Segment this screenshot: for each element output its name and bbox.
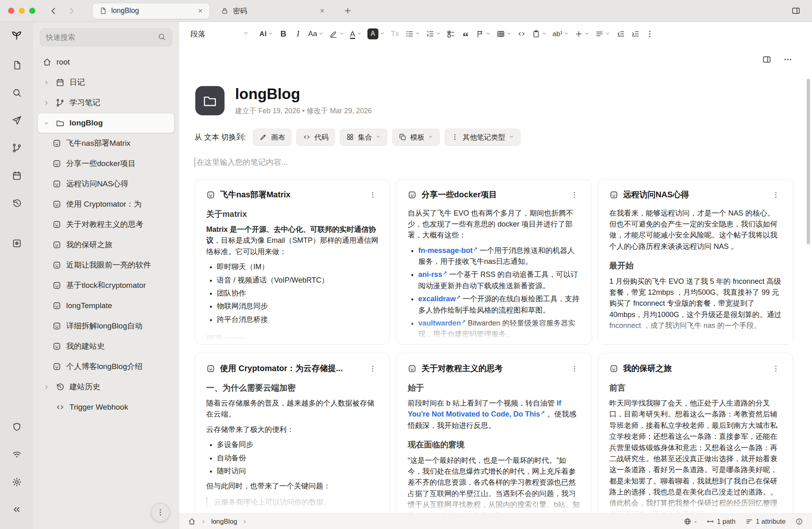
panel-toggle-icon[interactable] — [788, 3, 804, 19]
switch-to-4-button[interactable]: 其他笔记类型 — [445, 129, 520, 146]
close-window-button[interactable] — [8, 8, 14, 14]
wifi-icon[interactable] — [7, 445, 26, 464]
sidebar-item-13[interactable]: 我的建站史 — [37, 336, 175, 356]
align-button[interactable] — [593, 26, 613, 42]
switch-to-2-button[interactable]: 集合 — [340, 129, 387, 146]
page-title[interactable]: longBlog — [235, 86, 372, 103]
settings-icon[interactable] — [7, 473, 26, 491]
sidebar-item-10[interactable]: 基于tlock和cryptomator — [37, 275, 175, 296]
card-link[interactable]: ani-rss↗ — [418, 270, 447, 279]
sidebar-item-8[interactable]: 我的保研之旅 — [37, 235, 175, 255]
vertical-scrollbar[interactable] — [807, 79, 810, 244]
calendar-icon[interactable] — [7, 166, 26, 185]
card-link[interactable]: vaultwarden↗ — [418, 319, 466, 327]
shield-icon[interactable] — [7, 417, 26, 436]
documents-icon[interactable] — [7, 56, 26, 74]
tab-0[interactable]: longBlog — [92, 3, 210, 19]
send-icon[interactable] — [7, 111, 26, 130]
paths-button[interactable]: 1 path — [706, 518, 736, 525]
sidebar-item-5[interactable]: 远程访问NAS心得 — [37, 174, 175, 194]
card-title[interactable]: 我的保研之旅 — [623, 363, 765, 374]
sidebar-item-6[interactable]: 使用 Cryptomator：为 — [37, 194, 175, 214]
sidebar-item-1[interactable]: 学习笔记 — [37, 93, 175, 113]
switch-to-1-button[interactable]: 代码 — [296, 129, 335, 146]
card-title[interactable]: 使用 Cryptomator：为云存储提... — [220, 363, 362, 374]
chevron-down-icon[interactable] — [42, 120, 51, 126]
note-card-1[interactable]: 分享一些docker项目自从买了飞牛 EVO 也有两个多月了，期间也折腾不少，也… — [396, 179, 592, 345]
paste-button[interactable] — [529, 26, 549, 42]
switch-to-0-button[interactable]: 画布 — [253, 129, 292, 146]
relations-icon[interactable] — [7, 138, 26, 157]
back-button[interactable] — [46, 3, 61, 19]
chevron-right-icon[interactable] — [42, 384, 51, 390]
paragraph-style-select[interactable]: 段落 — [186, 26, 253, 42]
quote-button[interactable]: “ — [459, 26, 473, 42]
ai-button[interactable]: AI — [257, 26, 276, 42]
close-tab-icon[interactable] — [317, 6, 327, 16]
outdent-button[interactable] — [613, 26, 627, 42]
superscript-button[interactable]: ab¹ — [550, 26, 572, 42]
chevron-right-icon[interactable] — [42, 100, 51, 106]
card-title[interactable]: 分享一些docker项目 — [421, 189, 564, 200]
sync-status-button[interactable]: - — [684, 518, 697, 525]
highlight-button[interactable] — [327, 26, 347, 42]
attributes-button[interactable]: 1 attribute — [745, 518, 786, 525]
text-color-button[interactable]: A — [348, 26, 364, 42]
callout-button[interactable] — [473, 26, 493, 42]
code-button[interactable] — [515, 26, 529, 42]
chevron-right-icon[interactable] — [42, 80, 51, 86]
toolbar-more-button[interactable] — [643, 26, 657, 42]
bg-color-button[interactable]: A — [365, 26, 387, 42]
bold-button[interactable]: B — [276, 26, 290, 42]
editor-placeholder[interactable]: 在这里输入您的笔记内容... — [194, 157, 793, 168]
history-icon[interactable] — [7, 194, 26, 212]
card-menu-button[interactable] — [770, 363, 782, 374]
more-options-icon[interactable] — [780, 52, 795, 67]
card-menu-button[interactable] — [367, 189, 378, 201]
note-type-folder-icon[interactable] — [195, 86, 225, 115]
quick-search-input[interactable]: 快速搜索 — [40, 28, 172, 46]
sidebar-item-11[interactable]: longTemplate — [37, 296, 175, 316]
minimize-window-button[interactable] — [19, 8, 25, 14]
sidebar-item-0[interactable]: 日记 — [37, 72, 175, 93]
tree-root[interactable]: root — [37, 52, 175, 72]
card-title[interactable]: 飞牛nas部署Matrix — [220, 189, 362, 200]
sidebar-item-3[interactable]: 飞牛nas部署Matrix — [37, 133, 175, 153]
sidebar-item-9[interactable]: 近期让我眼前一亮的软件 — [37, 255, 175, 275]
home-icon[interactable] — [188, 518, 196, 525]
card-menu-button[interactable] — [569, 189, 580, 201]
clear-format-button[interactable]: Tx — [388, 26, 402, 42]
card-menu-button[interactable] — [569, 363, 580, 374]
card-title[interactable]: 关于对教程主义的思考 — [421, 363, 564, 374]
card-link[interactable]: fn-message-bot↗ — [418, 246, 477, 255]
sidebar-item-4[interactable]: 分享一些docker项目 — [37, 153, 175, 174]
collapse-sidebar-icon[interactable] — [7, 500, 26, 519]
table-button[interactable] — [494, 26, 514, 42]
switch-to-3-button[interactable]: 模板 — [392, 129, 440, 146]
card-link[interactable]: If You're Not Motivated to Code, Do This… — [408, 399, 561, 418]
sidebar-item-16[interactable]: Trigger Webhook — [37, 397, 175, 417]
breadcrumb[interactable]: longBlog — [211, 518, 237, 525]
bullet-list-button[interactable] — [403, 26, 423, 42]
sidebar-more-button[interactable] — [151, 503, 170, 522]
font-button[interactable]: Aa — [306, 26, 326, 42]
note-card-5[interactable]: 我的保研之旅前言昨天同学找我聊了会天，他正处于人生道路的分叉口，目前考研失利。想… — [598, 353, 793, 514]
info-icon[interactable] — [795, 518, 803, 525]
sidebar-item-12[interactable]: 详细拆解longBlog自动 — [37, 316, 175, 336]
sidebar-item-14[interactable]: 个人博客longBlog介绍 — [37, 356, 175, 377]
card-title[interactable]: 远程访问NAS心得 — [623, 189, 765, 200]
split-view-icon[interactable] — [759, 52, 774, 67]
ordered-list-button[interactable] — [423, 26, 443, 42]
card-menu-button[interactable] — [770, 189, 782, 201]
sidebar-item-7[interactable]: 关于对教程主义的思考 — [37, 214, 175, 235]
library-icon[interactable] — [7, 234, 26, 253]
note-card-3[interactable]: 使用 Cryptomator：为云存储提...一、为什么需要云端加密随着云存储服… — [194, 353, 390, 514]
insert-button[interactable] — [572, 26, 592, 42]
note-card-2[interactable]: 远程访问NAS心得在我看来，能够远程访问，才是一个 NAS 的核心。但也不可避免… — [598, 179, 793, 345]
card-menu-button[interactable] — [367, 363, 378, 374]
note-card-0[interactable]: 飞牛nas部署Matrix关于matrixMatrix 是一个开源、去中心化、可… — [194, 179, 390, 345]
card-link[interactable]: excalidraw↗ — [418, 295, 460, 303]
zoom-window-button[interactable] — [29, 8, 35, 14]
italic-button[interactable]: I — [291, 26, 305, 42]
tab-1[interactable]: 密码 — [214, 3, 332, 19]
